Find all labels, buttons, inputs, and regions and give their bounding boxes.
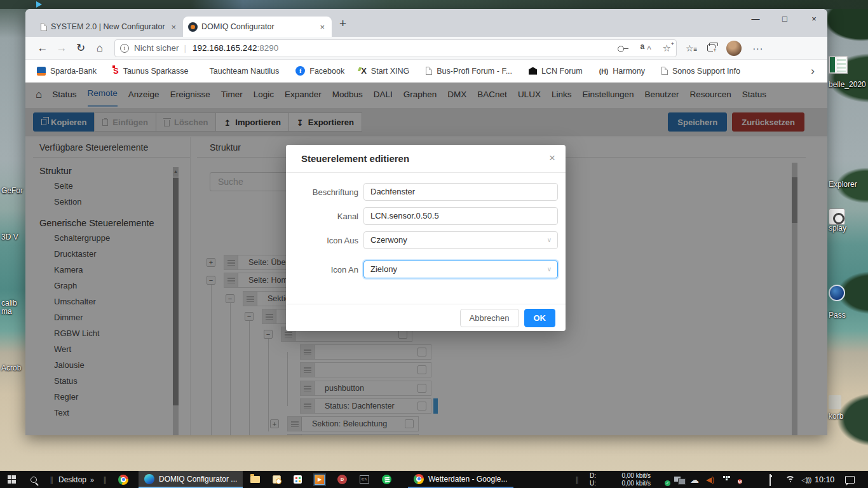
- desktop-icon-label[interactable]: GeFor: [1, 186, 23, 195]
- taskbar-task-chrome[interactable]: Wetterdaten - Google...: [408, 471, 513, 488]
- input-kanal[interactable]: LCN.sensor.0.50.5: [363, 207, 558, 225]
- bookmark-label: Taunus Sparkasse: [123, 67, 189, 76]
- bookmark-sparda-bank[interactable]: Sparda-Bank: [37, 67, 97, 76]
- audio-device-icon[interactable]: ◀): [706, 475, 716, 485]
- taskbar-search-icon[interactable]: [31, 477, 37, 483]
- browser-menu-icon[interactable]: ···: [752, 43, 763, 53]
- add-favorite-icon[interactable]: ☆: [663, 43, 671, 53]
- ok-button[interactable]: OK: [524, 309, 556, 327]
- refresh-button[interactable]: ↻: [71, 41, 90, 55]
- home-button[interactable]: ⌂: [90, 42, 109, 55]
- lcn-icon: [529, 67, 537, 75]
- close-button[interactable]: ×: [810, 14, 818, 24]
- field-label: Beschriftung: [294, 187, 358, 197]
- bookmark-label: Tauchteam Nautilus: [209, 67, 279, 76]
- desktop-toolbar-chevron[interactable]: »: [90, 476, 94, 484]
- new-tab-button[interactable]: +: [339, 17, 346, 30]
- desktop-icon-label[interactable]: belle_2020: [829, 80, 866, 89]
- profile-avatar[interactable]: [726, 41, 742, 56]
- address-divider: |: [184, 43, 187, 53]
- tab-domiq[interactable]: DOMIQ Configurator ×: [183, 17, 332, 37]
- clock[interactable]: 10:10: [815, 475, 834, 484]
- bookmark-taunus-sparkasse[interactable]: STaunus Sparkasse: [113, 67, 189, 76]
- select-icon-aus[interactable]: Czerwony∨: [363, 231, 558, 249]
- bookmark-bus-profi-forum-f-[interactable]: Bus-Profi Forum - F...: [426, 67, 512, 76]
- app-desktop-icon[interactable]: [829, 208, 845, 225]
- chrome-icon[interactable]: [118, 475, 128, 485]
- desktop-icon-label[interactable]: ma: [1, 307, 12, 316]
- field-row-icon-aus: Icon AusCzerwony∨: [294, 231, 558, 249]
- translate-icon[interactable]: [641, 43, 651, 53]
- bookmark-label: Start XING: [371, 67, 409, 76]
- taskbar-task-edge[interactable]: DOMIQ Configurator ...: [139, 471, 243, 488]
- sparkasse-icon: S: [113, 67, 119, 75]
- select-icon-an[interactable]: Zielony∨: [363, 261, 558, 278]
- desktop-icon-label[interactable]: calib: [1, 299, 17, 308]
- field-label: Kanal: [294, 212, 358, 221]
- minimize-button[interactable]: —: [751, 14, 760, 24]
- chevron-down-icon: ∨: [547, 232, 552, 248]
- bookmark-lcn-forum[interactable]: LCN Forum: [529, 67, 583, 76]
- forward-button[interactable]: →: [52, 42, 71, 55]
- command-prompt-icon[interactable]: C:\: [360, 475, 369, 484]
- action-center-icon[interactable]: [845, 476, 855, 484]
- pass-desktop-icon[interactable]: [829, 285, 845, 301]
- back-button[interactable]: ←: [33, 42, 52, 55]
- wifi-icon[interactable]: [785, 475, 796, 485]
- start-button[interactable]: [8, 475, 16, 484]
- bookmark-label: Sparda-Bank: [50, 67, 97, 76]
- input-beschriftung[interactable]: Dachfenster: [363, 183, 558, 201]
- window-controls: — □ ×: [751, 14, 818, 24]
- field-value: LCN.sensor.0.50.5: [370, 211, 439, 220]
- bookmarks-overflow-icon[interactable]: ›: [811, 65, 815, 78]
- file-explorer-icon[interactable]: [250, 476, 260, 483]
- edit-control-dialog: Steuerelement editieren × BeschriftungDa…: [286, 145, 566, 331]
- desktop-icon-label[interactable]: Acrob: [1, 363, 21, 372]
- volume-icon[interactable]: ◁))): [801, 475, 811, 485]
- maximize-button[interactable]: □: [780, 14, 789, 24]
- field-row-icon-an: Icon AnZielony∨: [294, 261, 558, 278]
- bookmark-facebook[interactable]: fFacebook: [295, 66, 344, 76]
- bookmarks-bar: Sparda-BankSTaunus SparkasseTauchteam Na…: [25, 60, 827, 83]
- battery-icon[interactable]: [770, 474, 771, 486]
- address-bar[interactable]: i Nicht sicher | 192.168.165.242 :8290 ☆: [114, 39, 677, 57]
- tab-system20[interactable]: SYSTEM 2.0 | New Configurator ( ×: [36, 17, 183, 37]
- microsoft-store-icon[interactable]: [294, 475, 302, 484]
- cancel-button[interactable]: Abbrechen: [460, 309, 519, 327]
- favorites-hub-icon[interactable]: ☆≡: [686, 43, 696, 53]
- tab-close-icon[interactable]: ×: [318, 22, 327, 32]
- media-player-icon[interactable]: ▶: [315, 475, 325, 485]
- network-meter[interactable]: D:0,00 kbit/s U:0,00 kbit/s: [590, 472, 651, 487]
- bookmark-label: LCN Forum: [541, 67, 583, 76]
- info-icon[interactable]: i: [120, 44, 129, 53]
- bookmark-sonos-support-info[interactable]: Sonos Support Info: [661, 67, 740, 76]
- desktop-icon-label[interactable]: korb: [829, 412, 843, 421]
- sticky-notes-icon[interactable]: [273, 475, 281, 484]
- bookmark-start-xing[interactable]: XStart XING: [361, 67, 409, 76]
- field-row-beschriftung: BeschriftungDachfenster: [294, 183, 558, 201]
- field-label: Icon An: [294, 265, 358, 274]
- tab-title: SYSTEM 2.0 | New Configurator (: [51, 22, 165, 31]
- onedrive-icon[interactable]: ☁: [690, 475, 700, 485]
- taskbar-divider: ∥: [575, 471, 579, 488]
- tab-close-icon[interactable]: ×: [169, 22, 178, 32]
- mcafee-icon[interactable]: M: [738, 479, 742, 485]
- dual-monitor-icon[interactable]: [674, 475, 684, 485]
- dex-icon[interactable]: D: [337, 475, 347, 484]
- collections-icon[interactable]: [707, 44, 715, 51]
- dialog-close-icon[interactable]: ×: [549, 152, 555, 163]
- bin-desktop-icon[interactable]: [829, 395, 841, 409]
- desktop-toolbar-label[interactable]: Desktop: [58, 475, 86, 484]
- taskbar-divider: ∥: [103, 471, 107, 488]
- bookmark-harmony[interactable]: (H)Harmony: [599, 67, 645, 76]
- desktop-icon-label[interactable]: Explorer: [829, 180, 857, 189]
- tab-title: DOMIQ Configurator: [201, 22, 314, 31]
- excel-desktop-icon[interactable]: [829, 56, 848, 74]
- bookmark-tauchteam-nautilus[interactable]: Tauchteam Nautilus: [205, 67, 279, 76]
- desktop-icon-label[interactable]: Pass: [829, 311, 846, 320]
- desktop-icon-label[interactable]: splay: [829, 224, 846, 233]
- password-key-icon[interactable]: [618, 44, 629, 53]
- dialog-title: Steuerelement editieren: [286, 145, 566, 173]
- desktop-icon-label[interactable]: 3D V: [1, 233, 18, 241]
- spotify-icon[interactable]: [382, 475, 391, 484]
